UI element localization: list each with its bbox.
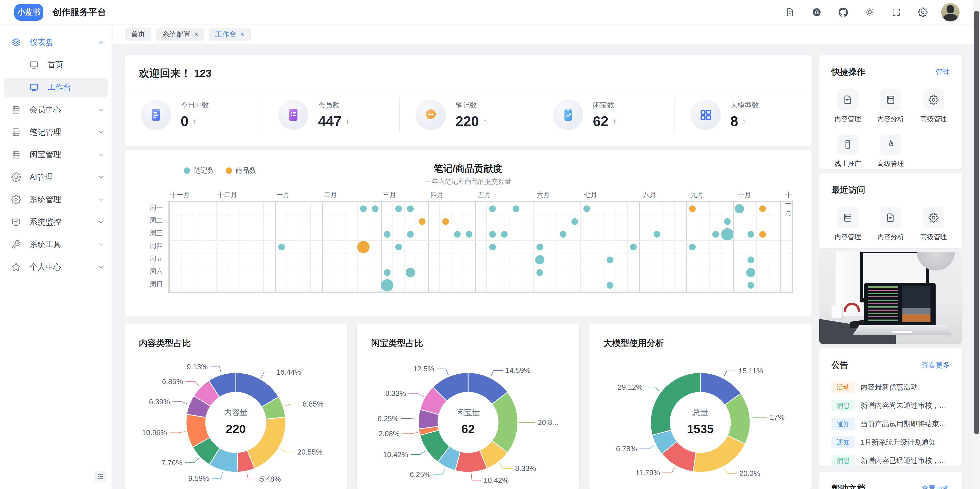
calendar-cell[interactable] bbox=[358, 253, 369, 266]
calendar-cell[interactable] bbox=[322, 279, 334, 292]
calendar-cell[interactable] bbox=[252, 253, 264, 266]
calendar-cell[interactable] bbox=[675, 215, 686, 228]
calendar-cell[interactable] bbox=[698, 228, 710, 241]
calendar-cell[interactable] bbox=[733, 241, 745, 253]
calendar-cell[interactable] bbox=[651, 202, 663, 215]
note-dot[interactable] bbox=[489, 231, 496, 237]
calendar-cell[interactable] bbox=[381, 253, 393, 266]
calendar-cell[interactable] bbox=[358, 215, 369, 228]
note-dot[interactable] bbox=[384, 231, 390, 237]
calendar-cell[interactable] bbox=[393, 202, 404, 215]
calendar-cell[interactable] bbox=[639, 215, 651, 228]
calendar-cell[interactable] bbox=[534, 279, 546, 292]
calendar-cell[interactable] bbox=[616, 266, 628, 279]
calendar-cell[interactable] bbox=[710, 202, 721, 215]
note-dot[interactable] bbox=[381, 279, 393, 291]
calendar-cell[interactable] bbox=[228, 228, 240, 241]
calendar-cell[interactable] bbox=[569, 279, 581, 292]
calendar-cell[interactable] bbox=[616, 215, 628, 228]
calendar-cell[interactable] bbox=[393, 228, 404, 241]
calendar-cell[interactable] bbox=[322, 215, 334, 228]
calendar-cell[interactable] bbox=[475, 279, 487, 292]
sidebar-item-workbench[interactable]: 工作台 bbox=[4, 78, 108, 97]
calendar-cell[interactable] bbox=[757, 279, 768, 292]
calendar-cell[interactable] bbox=[346, 266, 358, 279]
calendar-cell[interactable] bbox=[358, 202, 369, 215]
calendar-cell[interactable] bbox=[686, 253, 698, 266]
calendar-cell[interactable] bbox=[310, 253, 322, 266]
calendar-cell[interactable] bbox=[780, 253, 792, 266]
calendar-cell[interactable] bbox=[381, 228, 393, 241]
calendar-cell[interactable] bbox=[510, 253, 522, 266]
calendar-cell[interactable] bbox=[346, 228, 358, 241]
note-dot[interactable] bbox=[407, 205, 414, 212]
calendar-cell[interactable] bbox=[557, 266, 569, 279]
calendar-cell[interactable] bbox=[181, 279, 193, 292]
calendar-cell[interactable] bbox=[205, 279, 217, 292]
calendar-cell[interactable] bbox=[475, 202, 487, 215]
calendar-cell[interactable] bbox=[522, 241, 534, 253]
sidebar-item-note-management[interactable]: 笔记管理 bbox=[0, 121, 112, 143]
calendar-cell[interactable] bbox=[498, 202, 510, 215]
calendar-cell[interactable] bbox=[733, 279, 745, 292]
calendar-cell[interactable] bbox=[287, 279, 299, 292]
calendar-cell[interactable] bbox=[287, 228, 299, 241]
calendar-cell[interactable] bbox=[698, 202, 710, 215]
note-dot[interactable] bbox=[630, 244, 637, 250]
calendar-cell[interactable] bbox=[510, 202, 522, 215]
calendar-cell[interactable] bbox=[193, 253, 205, 266]
product-dot[interactable] bbox=[442, 218, 449, 225]
calendar-cell[interactable] bbox=[651, 253, 663, 266]
calendar-cell[interactable] bbox=[381, 202, 393, 215]
calendar-cell[interactable] bbox=[440, 241, 452, 253]
calendar-cell[interactable] bbox=[721, 241, 733, 253]
calendar-cell[interactable] bbox=[663, 279, 675, 292]
calendar-cell[interactable] bbox=[686, 279, 698, 292]
calendar-cell[interactable] bbox=[686, 266, 698, 279]
calendar-cell[interactable] bbox=[193, 215, 205, 228]
announcement-row[interactable]: 通知1月新系统升级计划通知 bbox=[832, 433, 950, 451]
calendar-cell[interactable] bbox=[663, 266, 675, 279]
help-docs-more-link[interactable]: 查看更多 bbox=[921, 484, 950, 489]
calendar-cell[interactable] bbox=[546, 279, 557, 292]
calendar-cell[interactable] bbox=[463, 241, 475, 253]
calendar-cell[interactable] bbox=[275, 215, 287, 228]
calendar-cell[interactable] bbox=[487, 266, 498, 279]
calendar-cell[interactable] bbox=[733, 253, 745, 266]
calendar-cell[interactable] bbox=[616, 279, 628, 292]
calendar-cell[interactable] bbox=[628, 279, 639, 292]
calendar-cell[interactable] bbox=[710, 253, 721, 266]
note-dot[interactable] bbox=[360, 205, 367, 212]
calendar-cell[interactable] bbox=[346, 202, 358, 215]
calendar-cell[interactable] bbox=[334, 279, 346, 292]
calendar-cell[interactable] bbox=[686, 228, 698, 241]
calendar-cell[interactable] bbox=[170, 266, 181, 279]
calendar-cell[interactable] bbox=[592, 266, 604, 279]
calendar-cell[interactable] bbox=[710, 228, 721, 241]
calendar-cell[interactable] bbox=[217, 228, 228, 241]
note-dot[interactable] bbox=[489, 205, 496, 212]
calendar-cell[interactable] bbox=[698, 279, 710, 292]
calendar-cell[interactable] bbox=[557, 279, 569, 292]
note-dot[interactable] bbox=[748, 231, 754, 237]
settings-icon[interactable] bbox=[910, 0, 936, 24]
calendar-cell[interactable] bbox=[733, 202, 745, 215]
calendar-cell[interactable] bbox=[675, 266, 686, 279]
calendar-cell[interactable] bbox=[381, 215, 393, 228]
calendar-cell[interactable] bbox=[369, 202, 381, 215]
calendar-cell[interactable] bbox=[193, 266, 205, 279]
calendar-cell[interactable] bbox=[228, 279, 240, 292]
sidebar-item-system-management[interactable]: 系统管理 bbox=[0, 188, 112, 211]
calendar-cell[interactable] bbox=[404, 279, 416, 292]
calendar-cell[interactable] bbox=[264, 228, 275, 241]
calendar-cell[interactable] bbox=[780, 215, 792, 228]
announcement-row[interactable]: 活动内容最新优惠活动 bbox=[832, 378, 950, 397]
docs-icon[interactable] bbox=[777, 0, 803, 24]
quick-action-item-content-management[interactable]: 内容管理 bbox=[826, 89, 869, 124]
calendar-cell[interactable] bbox=[369, 228, 381, 241]
calendar-cell[interactable] bbox=[510, 241, 522, 253]
calendar-cell[interactable] bbox=[616, 228, 628, 241]
calendar-cell[interactable] bbox=[428, 202, 440, 215]
calendar-cell[interactable] bbox=[592, 279, 604, 292]
calendar-cell[interactable] bbox=[639, 266, 651, 279]
